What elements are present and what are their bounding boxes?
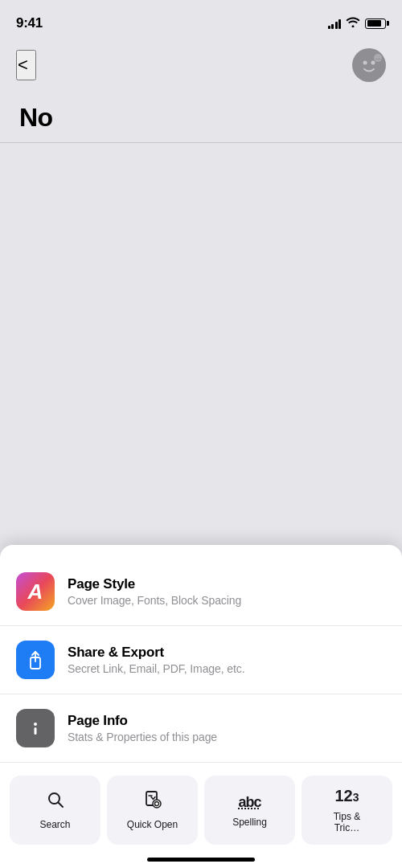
- svg-point-2: [371, 61, 375, 65]
- home-indicator: [147, 858, 255, 862]
- menu-subtitle-page-style: Cover Image, Fonts, Block Spacing: [68, 594, 241, 607]
- status-bar: 9:41: [0, 0, 402, 40]
- menu-title-page-info: Page Info: [68, 713, 217, 729]
- nav-bar: < ···: [0, 40, 402, 90]
- quick-action-tips-tricks[interactable]: 123 Tips &Tric…: [302, 776, 392, 845]
- signal-icon: [328, 18, 342, 29]
- svg-point-1: [363, 61, 367, 65]
- tips-tricks-icon: 123: [334, 787, 359, 805]
- svg-point-6: [34, 723, 37, 726]
- menu-title-page-style: Page Style: [68, 576, 241, 592]
- quick-action-spelling[interactable]: abc Spelling: [204, 776, 295, 845]
- title-divider: [0, 142, 402, 143]
- svg-rect-7: [35, 727, 37, 735]
- divider-2: [0, 694, 402, 694]
- menu-item-page-info[interactable]: Page Info Stats & Properties of this pag…: [0, 698, 402, 759]
- divider-3: [0, 762, 402, 763]
- page-content: No: [0, 90, 402, 156]
- svg-text:···: ···: [375, 55, 381, 63]
- quick-action-tips-tricks-label: Tips &Tric…: [305, 811, 389, 833]
- quick-action-search-label: Search: [13, 819, 97, 830]
- status-icons: [328, 16, 387, 31]
- battery-icon: [365, 18, 386, 29]
- spelling-icon: abc: [238, 792, 260, 810]
- avatar-face-icon: ···: [355, 51, 384, 80]
- page-style-icon: A: [16, 572, 55, 611]
- menu-subtitle-share-export: Secret Link, Email, PDF, Image, etc.: [68, 662, 244, 675]
- menu-item-share-export[interactable]: Share & Export Secret Link, Email, PDF, …: [0, 629, 402, 690]
- quick-actions-row: Search Quick Open abc Spelling: [0, 766, 402, 845]
- page-info-icon: [16, 709, 55, 747]
- svg-point-10: [153, 800, 161, 808]
- quick-action-search[interactable]: Search: [10, 776, 100, 845]
- search-icon: [46, 790, 65, 813]
- quick-action-quick-open[interactable]: Quick Open: [107, 776, 198, 845]
- status-time: 9:41: [16, 15, 43, 31]
- divider-1: [0, 625, 402, 626]
- share-export-icon: [16, 641, 55, 679]
- menu-title-share-export: Share & Export: [68, 645, 244, 661]
- quick-action-quick-open-label: Quick Open: [110, 819, 195, 830]
- menu-subtitle-page-info: Stats & Properties of this page: [68, 731, 217, 743]
- avatar[interactable]: ···: [352, 48, 386, 82]
- wifi-icon: [346, 16, 360, 31]
- quick-open-icon: [143, 790, 162, 813]
- bottom-sheet: A Page Style Cover Image, Fonts, Block S…: [0, 545, 402, 868]
- quick-action-spelling-label: Spelling: [207, 817, 292, 828]
- menu-item-page-style[interactable]: A Page Style Cover Image, Fonts, Block S…: [0, 561, 402, 622]
- back-button[interactable]: <: [16, 50, 36, 80]
- page-title: No: [19, 103, 383, 133]
